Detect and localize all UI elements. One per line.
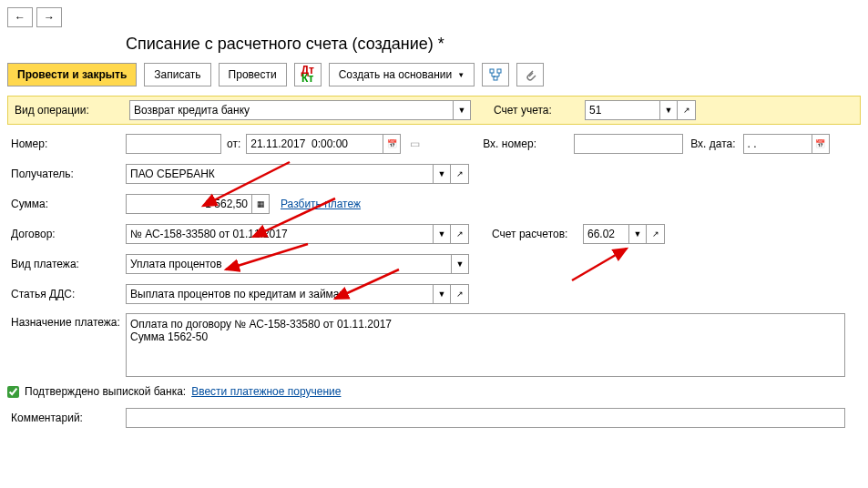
account-label: Счет учета: (494, 104, 585, 117)
comment-input[interactable] (126, 408, 845, 428)
enter-order-link[interactable]: Ввести платежное поручение (191, 385, 341, 398)
operation-type-label: Вид операции: (11, 104, 129, 117)
svg-rect-2 (494, 76, 497, 80)
svg-rect-0 (490, 69, 494, 73)
dropdown-icon[interactable]: ▼ (659, 100, 678, 120)
page-title: Списание с расчетного счета (создание) * (7, 33, 861, 63)
confirmed-label: Подтверждено выпиской банка: (25, 385, 186, 398)
dropdown-icon[interactable]: ▼ (451, 254, 469, 274)
structure-icon[interactable] (482, 63, 509, 86)
calc-account-input[interactable] (583, 224, 628, 244)
payment-type-input[interactable] (126, 254, 451, 274)
dropdown-icon[interactable]: ▼ (453, 100, 471, 120)
create-based-button[interactable]: Создать на основании▼ (329, 63, 475, 86)
dds-label: Статья ДДС: (7, 288, 126, 300)
payment-type-label: Вид платежа: (7, 258, 126, 270)
from-label: от: (227, 137, 240, 150)
dropdown-icon[interactable]: ▼ (433, 224, 451, 244)
number-input[interactable] (126, 134, 221, 154)
comment-label: Комментарий: (7, 412, 126, 424)
in-date-input[interactable] (743, 134, 812, 154)
open-icon[interactable]: ↗ (678, 100, 696, 120)
svg-rect-1 (497, 69, 501, 73)
calendar-icon[interactable]: 📅 (812, 134, 830, 154)
in-date-label: Вх. дата: (690, 137, 735, 150)
number-label: Номер: (7, 137, 126, 150)
attach-icon[interactable] (516, 63, 544, 86)
calc-account-label: Счет расчетов: (492, 228, 583, 240)
contract-label: Договор: (7, 228, 126, 240)
recipient-label: Получатель: (7, 168, 126, 180)
calendar-icon[interactable]: 📅 (383, 134, 401, 154)
calc-icon[interactable]: ▦ (251, 194, 270, 214)
dropdown-icon[interactable]: ▼ (433, 284, 451, 304)
nav-back[interactable]: ← (7, 7, 33, 27)
open-icon[interactable]: ↗ (451, 164, 469, 184)
account-input[interactable] (585, 100, 659, 120)
split-payment-link[interactable]: Разбить платеж (281, 198, 361, 210)
dtkt-icon[interactable]: ДтКт (294, 63, 322, 86)
open-icon[interactable]: ↗ (451, 224, 469, 244)
post-close-button[interactable]: Провести и закрыть (7, 63, 137, 86)
open-icon[interactable]: ↗ (647, 224, 665, 244)
in-number-label: Вх. номер: (483, 137, 574, 150)
purpose-textarea[interactable] (126, 313, 845, 377)
post-button[interactable]: Провести (219, 63, 287, 86)
recipient-input[interactable] (126, 164, 433, 184)
operation-type-input[interactable] (129, 100, 453, 120)
contract-input[interactable] (126, 224, 433, 244)
open-icon[interactable]: ↗ (451, 284, 469, 304)
dropdown-icon[interactable]: ▼ (628, 224, 647, 244)
in-number-input[interactable] (574, 134, 683, 154)
date-input[interactable] (246, 134, 383, 154)
dropdown-icon[interactable]: ▼ (433, 164, 451, 184)
purpose-label: Назначение платежа: (7, 313, 126, 329)
confirmed-checkbox[interactable] (7, 386, 19, 398)
nav-forward[interactable]: → (36, 7, 62, 27)
amount-label: Сумма: (7, 198, 126, 210)
amount-input[interactable] (126, 194, 251, 214)
manual-icon[interactable]: ▭ (410, 137, 420, 150)
dds-input[interactable] (126, 284, 433, 304)
save-button[interactable]: Записать (144, 63, 210, 86)
